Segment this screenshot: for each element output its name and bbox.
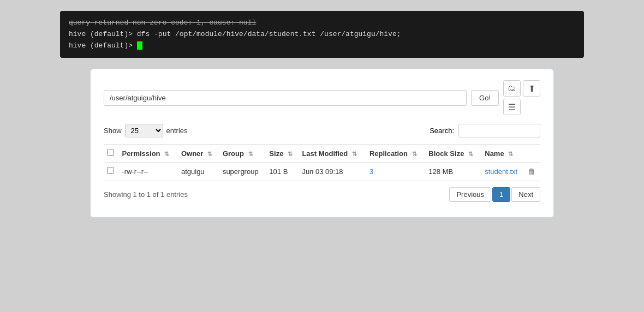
th-name[interactable]: Name ⇅ (481, 145, 524, 163)
td-name: student.txt (481, 163, 524, 181)
terminal-line-2: hive (default)> dfs -put /opt/module/hiv… (69, 29, 575, 40)
pagination: Previous 1 Next (449, 187, 540, 202)
th-replication-label: Replication (369, 149, 408, 158)
search-input[interactable] (458, 124, 540, 137)
list-icon: ☰ (508, 102, 516, 112)
td-last-modified: Jun 03 09:18 (299, 163, 366, 181)
show-entries-control: Show 25 50 100 entries (104, 124, 188, 137)
showing-text: Showing 1 to 1 of 1 entries (104, 190, 188, 199)
th-checkbox (104, 145, 118, 163)
url-row: Go! 🗂 ⬆ ☰ (104, 80, 540, 115)
go-button[interactable]: Go! (471, 90, 499, 106)
action-icons: 🗂 ⬆ ☰ (503, 80, 540, 115)
th-block-size[interactable]: Block Size ⇅ (425, 145, 481, 163)
sort-icon-owner: ⇅ (207, 151, 212, 157)
terminal-line-1: query returned non zero code: 1, cause: … (69, 17, 575, 29)
td-owner: atguigu (178, 163, 219, 181)
select-all-checkbox[interactable] (107, 149, 114, 156)
th-permission[interactable]: Permission ⇅ (118, 145, 177, 163)
upload-icon: ⬆ (528, 83, 535, 94)
td-checkbox (104, 163, 118, 181)
next-button[interactable]: Next (511, 187, 540, 202)
terminal-window: query returned non zero code: 1, cause: … (60, 11, 584, 58)
previous-button[interactable]: Previous (449, 187, 491, 202)
td-size: 101 B (266, 163, 299, 181)
th-size-label: Size (269, 149, 283, 158)
icon-row-top: 🗂 ⬆ (503, 80, 540, 97)
td-delete: 🗑 (524, 163, 540, 181)
sort-icon-size: ⇅ (288, 151, 293, 157)
sort-icon-permission: ⇅ (164, 151, 169, 157)
th-replication[interactable]: Replication ⇅ (366, 145, 425, 163)
footer-row: Showing 1 to 1 of 1 entries Previous 1 N… (104, 187, 540, 202)
td-block-size: 128 MB (425, 163, 481, 181)
th-last-modified[interactable]: Last Modified ⇅ (299, 145, 366, 163)
terminal-cursor (137, 41, 142, 50)
table-header: Permission ⇅ Owner ⇅ Group ⇅ Size ⇅ Last… (104, 145, 540, 163)
td-group: supergroup (219, 163, 266, 181)
search-label: Search: (430, 127, 454, 135)
path-input[interactable] (104, 90, 467, 106)
folder-icon-button[interactable]: 🗂 (503, 80, 521, 97)
entries-select[interactable]: 25 50 100 (125, 124, 163, 137)
td-replication: 3 (366, 163, 425, 181)
file-browser-panel: Go! 🗂 ⬆ ☰ Show 25 50 100 (90, 69, 554, 218)
entries-label: entries (166, 127, 188, 135)
th-actions (524, 145, 540, 163)
sort-icon-block-size: ⇅ (468, 151, 473, 157)
td-permission: -rw-r--r-- (118, 163, 177, 181)
terminal-line-3: hive (default)> (69, 40, 575, 52)
list-icon-button[interactable]: ☰ (503, 99, 521, 115)
show-label: Show (104, 127, 122, 135)
th-group-label: Group (223, 149, 244, 158)
upload-icon-button[interactable]: ⬆ (523, 80, 540, 97)
search-row: Search: (430, 124, 540, 137)
delete-icon[interactable]: 🗑 (528, 167, 535, 176)
table-row: -rw-r--r-- atguigu supergroup 101 B Jun … (104, 163, 540, 181)
th-owner[interactable]: Owner ⇅ (178, 145, 219, 163)
th-name-label: Name (485, 149, 504, 158)
th-size[interactable]: Size ⇅ (266, 145, 299, 163)
folder-icon: 🗂 (508, 83, 516, 93)
replication-link[interactable]: 3 (369, 167, 373, 176)
th-block-size-label: Block Size (428, 149, 464, 158)
sort-icon-replication: ⇅ (412, 151, 417, 157)
sort-icon-group: ⇅ (248, 151, 253, 157)
th-permission-label: Permission (122, 149, 160, 158)
th-owner-label: Owner (181, 149, 203, 158)
header-row: Permission ⇅ Owner ⇅ Group ⇅ Size ⇅ Last… (104, 145, 540, 163)
row-checkbox[interactable] (107, 167, 114, 174)
sort-icon-last-modified: ⇅ (352, 151, 357, 157)
page-1-button[interactable]: 1 (492, 187, 510, 202)
sort-icon-name: ⇅ (508, 151, 513, 157)
icon-row-bottom: ☰ (503, 99, 540, 115)
file-table: Permission ⇅ Owner ⇅ Group ⇅ Size ⇅ Last… (104, 144, 540, 181)
th-group[interactable]: Group ⇅ (219, 145, 266, 163)
controls-row: Show 25 50 100 entries Search: (104, 124, 540, 137)
file-name-link[interactable]: student.txt (485, 167, 517, 176)
table-body: -rw-r--r-- atguigu supergroup 101 B Jun … (104, 163, 540, 181)
th-last-modified-label: Last Modified (302, 149, 348, 158)
